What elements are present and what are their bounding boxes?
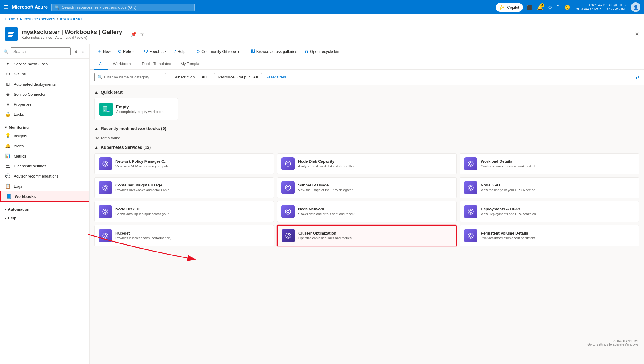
sidebar-section-automation[interactable]: › Automation bbox=[0, 204, 89, 213]
workbook-card-deployments-hpas[interactable]: Deployments & HPAs View Deployments and … bbox=[460, 201, 639, 222]
wb-text-npm: Network Policy Manager C... View your NP… bbox=[115, 159, 172, 169]
wb-text-kubelet: Kubelet Provides kubelet health, perform… bbox=[115, 231, 173, 240]
sidebar-toggle-icon[interactable]: « bbox=[81, 48, 86, 55]
notifications-icon[interactable]: 🔔 6 bbox=[536, 3, 544, 11]
close-button[interactable]: ✕ bbox=[635, 31, 639, 37]
empty-workbook-card[interactable]: Empty A completely empty workbook. bbox=[94, 98, 178, 120]
workbook-card-node-disk-io[interactable]: Node Disk IO Shows data input/output acr… bbox=[94, 201, 274, 222]
feedback-icon[interactable]: 🙂 bbox=[563, 3, 571, 11]
hamburger-menu[interactable]: ☰ bbox=[4, 4, 8, 10]
breadcrumb-service[interactable]: Kubernetes services bbox=[20, 17, 55, 21]
new-button[interactable]: ＋ New bbox=[94, 47, 114, 56]
service-connector-icon: ⊕ bbox=[5, 92, 11, 97]
breadcrumb-sep2: › bbox=[57, 17, 58, 21]
new-icon: ＋ bbox=[97, 49, 101, 54]
sidebar-item-alerts[interactable]: 🔔 Alerts bbox=[0, 141, 89, 151]
sidebar-item-service-mesh[interactable]: ✦ Service mesh - Istio bbox=[0, 59, 89, 69]
reset-filters-link[interactable]: Reset filters bbox=[266, 75, 286, 79]
filter-sep: : bbox=[197, 75, 200, 79]
wb-title-subnet-ip: Subnet IP Usage bbox=[298, 183, 356, 187]
filter-search-box[interactable]: 🔍 bbox=[94, 73, 166, 81]
user-avatar[interactable]: 👤 bbox=[631, 2, 640, 12]
kubernetes-services-title: Kubernetes Services (13) bbox=[101, 145, 151, 150]
refresh-small-icon[interactable]: ⇄ bbox=[635, 74, 639, 80]
wb-icon-node-disk-io bbox=[99, 205, 112, 218]
global-search-bar[interactable]: 🔍 bbox=[51, 4, 195, 11]
user-profile[interactable]: User1-47751306@LODS... LODS-PROD-MCA (LO… bbox=[574, 2, 640, 12]
sidebar-item-locks[interactable]: 🔒 Locks bbox=[0, 109, 89, 119]
workbook-card-node-disk[interactable]: Node Disk Capacity Analyze most used dis… bbox=[277, 153, 457, 174]
sidebar-item-workbooks[interactable]: 📘 Workbooks bbox=[0, 191, 89, 201]
filter-search-input[interactable] bbox=[104, 75, 163, 79]
quick-start-section-header[interactable]: ▲ Quick start bbox=[94, 90, 639, 95]
sidebar-item-insights[interactable]: 💡 Insights bbox=[0, 131, 89, 141]
breadcrumb-sep1: › bbox=[17, 17, 18, 21]
copilot-button[interactable]: ✨ Copilot bbox=[496, 3, 523, 12]
wb-icon-container-insights bbox=[99, 181, 112, 194]
search-icon: 🔍 bbox=[55, 5, 59, 10]
metrics-icon: 📊 bbox=[5, 153, 11, 159]
workbook-card-kubelet[interactable]: Kubelet Provides kubelet health, perform… bbox=[94, 225, 274, 246]
favorite-icon[interactable]: ☆ bbox=[140, 31, 144, 37]
workbook-card-node-gpu[interactable]: Node GPU View the usage of your GPU Node… bbox=[460, 177, 639, 198]
more-options-icon[interactable]: ··· bbox=[147, 31, 151, 37]
tab-public-templates[interactable]: Public Templates bbox=[137, 58, 176, 70]
sidebar-item-diagnostic-settings[interactable]: 🗃 Diagnostic settings bbox=[0, 161, 89, 171]
sidebar-search-icon: 🔍 bbox=[4, 49, 8, 54]
global-search-input[interactable] bbox=[62, 5, 191, 10]
sidebar-item-advisor-recommendations[interactable]: 💬 Advisor recommendations bbox=[0, 171, 89, 181]
workbook-card-workload[interactable]: Workload Details Contains comprehensive … bbox=[460, 153, 639, 174]
workbook-card-container-insights[interactable]: Container Insights Usage Provides breakd… bbox=[94, 177, 274, 198]
workbook-card-node-network[interactable]: Node Network Shows data and errors sent … bbox=[277, 201, 457, 222]
workbook-card-persistent-volume[interactable]: Persistent Volume Details Provides infor… bbox=[460, 225, 639, 246]
sidebar-item-gitops[interactable]: ⚙ GitOps bbox=[0, 69, 89, 79]
copilot-icon: ✨ bbox=[499, 4, 505, 10]
workbook-card-npm[interactable]: Network Policy Manager C... View your NP… bbox=[94, 153, 274, 174]
feedback-label: Feedback bbox=[150, 49, 167, 54]
sidebar-search-input[interactable] bbox=[11, 47, 71, 55]
sidebar-collapse-icon[interactable]: ⟩⟨ bbox=[73, 48, 78, 55]
refresh-button[interactable]: ↻ Refresh bbox=[115, 47, 140, 55]
quick-start-chevron: ▲ bbox=[94, 90, 98, 95]
browse-galleries-button[interactable]: 🖼 Browse across galleries bbox=[248, 47, 300, 55]
subscription-filter[interactable]: Subscription : All bbox=[170, 73, 210, 81]
breadcrumb-home[interactable]: Home bbox=[5, 17, 15, 21]
resource-group-filter[interactable]: Resource Group : All bbox=[214, 73, 262, 81]
tab-workbooks[interactable]: Workbooks bbox=[108, 58, 137, 70]
breadcrumb-cluster[interactable]: myakscluster bbox=[60, 17, 83, 21]
sidebar-divider-1 bbox=[0, 121, 89, 121]
recycle-bin-button[interactable]: 🗑 Open recycle bin bbox=[301, 47, 342, 55]
settings-icon[interactable]: ⚙ bbox=[547, 3, 553, 11]
workbook-card-subnet-ip[interactable]: Subnet IP Usage View the usage of the IP… bbox=[277, 177, 457, 198]
sidebar-item-automated-deployments[interactable]: ⊞ Automated deployments bbox=[0, 79, 89, 89]
help-chevron: › bbox=[5, 216, 6, 220]
help-icon[interactable]: ? bbox=[556, 3, 561, 11]
help-button[interactable]: ? Help bbox=[171, 47, 189, 55]
service-mesh-icon: ✦ bbox=[5, 61, 11, 67]
recently-modified-section-header[interactable]: ▲ Recently modified workbooks (0) bbox=[94, 126, 639, 131]
cloud-shell-icon[interactable]: ⬛ bbox=[525, 3, 534, 11]
notification-badge: 6 bbox=[540, 3, 544, 7]
sidebar-search-bar: 🔍 ⟩⟨ « bbox=[0, 44, 89, 59]
brand-logo[interactable]: Microsoft Azure bbox=[12, 4, 48, 10]
pin-icon[interactable]: 📌 bbox=[131, 31, 137, 37]
feedback-button[interactable]: 🗨 Feedback bbox=[141, 47, 170, 55]
sidebar-section-help[interactable]: › Help bbox=[0, 213, 89, 221]
sidebar-item-logs[interactable]: 📋 Logs bbox=[0, 181, 89, 191]
kubernetes-services-section-header[interactable]: ▲ Kubernetes Services (13) bbox=[94, 145, 639, 150]
advisor-icon: 💬 bbox=[5, 173, 11, 179]
wb-subtitle-cluster-optimization: Optimize container limits and request... bbox=[298, 236, 355, 240]
recently-modified-chevron: ▲ bbox=[94, 126, 98, 131]
tab-all[interactable]: All bbox=[94, 58, 108, 70]
sidebar-item-properties[interactable]: ≡ Properties bbox=[0, 99, 89, 109]
tab-my-templates[interactable]: My Templates bbox=[176, 58, 209, 70]
sidebar-item-metrics[interactable]: 📊 Metrics bbox=[0, 151, 89, 161]
sidebar-section-monitoring[interactable]: ▾ Monitoring bbox=[0, 122, 89, 131]
insights-icon: 💡 bbox=[5, 133, 11, 138]
workbook-card-cluster-optimization[interactable]: Cluster Optimization Optimize container … bbox=[277, 225, 457, 246]
svg-point-33 bbox=[469, 186, 472, 189]
community-git-button[interactable]: ⊙ Community Git repo ▾ bbox=[193, 47, 243, 55]
main-layout: 🔍 ⟩⟨ « ✦ Service mesh - Istio ⚙ GitOps ⊞… bbox=[0, 44, 644, 364]
wb-title-node-disk-io: Node Disk IO bbox=[115, 207, 172, 211]
sidebar-item-service-connector[interactable]: ⊕ Service Connector bbox=[0, 89, 89, 99]
